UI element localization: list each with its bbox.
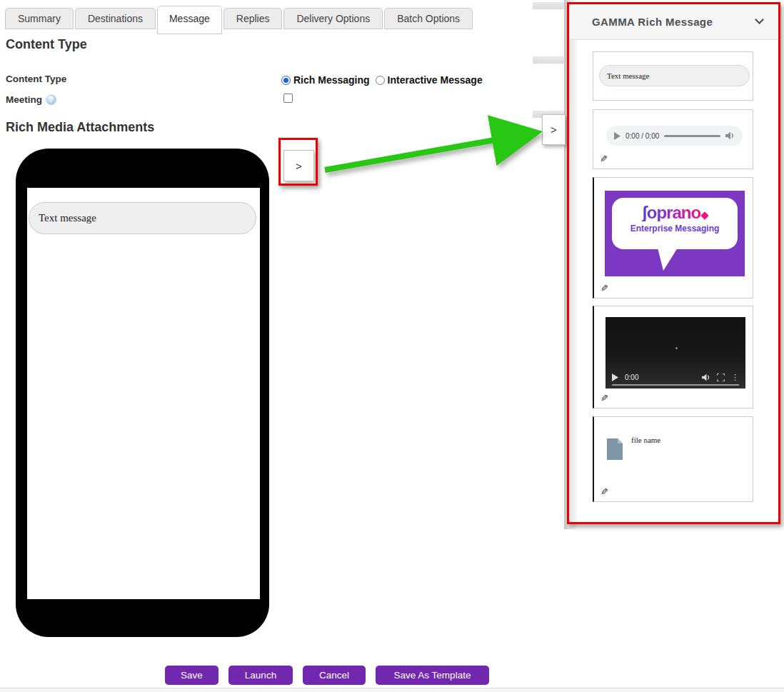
cancel-button[interactable]: Cancel: [303, 666, 366, 685]
save-as-template-button[interactable]: Save As Template: [376, 666, 489, 685]
kebab-menu-icon: ⋮: [731, 373, 739, 381]
panel-left-scroll-strip[interactable]: [564, 0, 577, 529]
content-type-radio-group: Rich Messaging Interactive Message: [281, 74, 488, 86]
soprano-speech-bubble: ʃoprano Enterprise Messaging: [612, 198, 738, 249]
background-fragment: [533, 56, 565, 64]
video-time: 0:00: [625, 373, 638, 381]
help-icon[interactable]: ?: [46, 94, 56, 105]
panel-header[interactable]: GAMMA Rich Message: [569, 4, 778, 40]
page: Summary Destinations Message Replies Del…: [0, 0, 784, 692]
tab-bar: Summary Destinations Message Replies Del…: [5, 8, 473, 34]
fullscreen-icon: [717, 373, 725, 381]
tab-message[interactable]: Message: [157, 6, 222, 34]
radio-rich-messaging-label: Rich Messaging: [293, 74, 370, 86]
video-spinner-dot: [675, 347, 678, 349]
phone-screen: Text message: [27, 188, 260, 599]
tab-delivery-options[interactable]: Delivery Options: [283, 8, 383, 29]
attachment-card-file[interactable]: file name ✎: [593, 416, 753, 502]
audio-player-preview: 0:00 / 0:00: [606, 126, 743, 146]
content-type-heading: Content Type: [6, 37, 87, 52]
soprano-tagline: Enterprise Messaging: [612, 224, 738, 234]
video-progress-bar: [612, 384, 739, 386]
tab-summary[interactable]: Summary: [5, 8, 74, 29]
meeting-label-row: Meeting ?: [6, 94, 56, 105]
audio-time: 0:00 / 0:00: [625, 132, 659, 140]
attachment-card-video[interactable]: 0:00 ⋮ ✎: [593, 306, 753, 408]
panel-title: GAMMA Rich Message: [592, 16, 713, 28]
file-name-label: file name: [631, 436, 660, 444]
edit-pencil-icon[interactable]: ✎: [600, 154, 608, 164]
page-footer-strip: [0, 688, 784, 692]
background-fragment: [533, 2, 565, 9]
play-icon: [612, 373, 618, 381]
tab-destinations[interactable]: Destinations: [75, 8, 156, 29]
attachment-card-text[interactable]: Text message: [593, 51, 753, 101]
attachment-card-audio[interactable]: 0:00 / 0:00 ✎: [593, 109, 753, 169]
speaker-icon: [725, 131, 735, 140]
launch-button[interactable]: Launch: [228, 666, 293, 685]
message-bubble: Text message: [29, 202, 256, 234]
meeting-label: Meeting: [6, 94, 42, 105]
annotation-arrow: [314, 118, 550, 189]
document-icon: [607, 438, 623, 460]
radio-interactive-message-label: Interactive Message: [388, 74, 483, 86]
chevron-down-icon[interactable]: [755, 15, 764, 24]
soprano-wordmark: ʃoprano: [642, 204, 700, 221]
speaker-icon: [702, 373, 710, 381]
tab-batch-options[interactable]: Batch Options: [384, 8, 473, 29]
play-icon: [614, 132, 620, 140]
phone-preview: Text message: [16, 149, 269, 637]
meeting-checkbox[interactable]: [283, 94, 293, 103]
speech-bubble-tail: [658, 248, 678, 271]
edit-pencil-icon[interactable]: ✎: [600, 486, 608, 497]
video-player-preview: 0:00 ⋮: [605, 317, 745, 388]
edit-pencil-icon[interactable]: ✎: [600, 283, 608, 294]
radio-interactive-message[interactable]: [376, 76, 385, 85]
radio-rich-messaging[interactable]: [281, 76, 291, 85]
audio-progress-track: [664, 135, 720, 137]
text-preview-bubble: Text message: [599, 65, 750, 86]
soprano-logo-diamond: [700, 211, 708, 219]
tab-replies[interactable]: Replies: [223, 8, 283, 29]
attachment-card-image[interactable]: ʃoprano Enterprise Messaging ✎: [593, 177, 753, 299]
attachments-expander-button[interactable]: >: [283, 150, 314, 181]
rich-media-heading: Rich Media Attachments: [6, 120, 154, 135]
save-button[interactable]: Save: [165, 666, 218, 685]
content-type-label: Content Type: [6, 74, 66, 84]
soprano-image-preview: ʃoprano Enterprise Messaging: [605, 191, 745, 276]
edit-pencil-icon[interactable]: ✎: [600, 393, 608, 403]
video-controls: 0:00 ⋮: [612, 373, 739, 381]
